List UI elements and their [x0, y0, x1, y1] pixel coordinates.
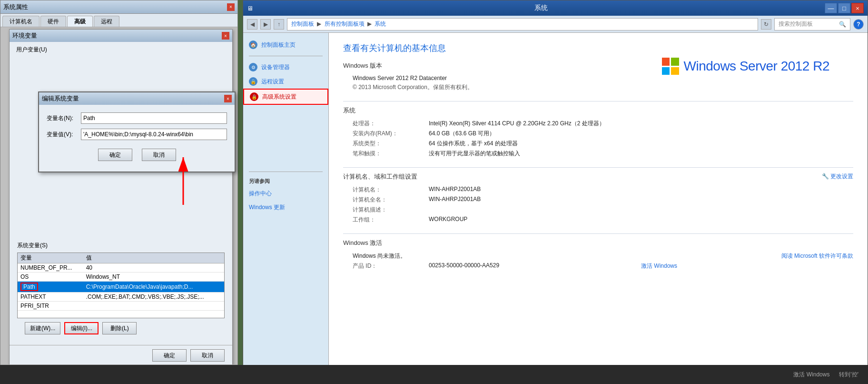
- table-row-path[interactable]: Path C:\ProgramData\Oracle\Java\javapath…: [18, 282, 224, 293]
- col-header-name: 变量: [18, 253, 83, 263]
- edit-cancel-btn[interactable]: 取消: [142, 149, 176, 161]
- sidebar-divider: [249, 56, 323, 56]
- var-name-cell: OS: [18, 273, 83, 282]
- breadcrumb-all-items[interactable]: 所有控制面板项: [325, 20, 365, 27]
- refresh-btn[interactable]: ↻: [761, 19, 771, 30]
- tab-remote[interactable]: 远程: [94, 16, 119, 27]
- table-row[interactable]: NUMBER_OF_PR... 40: [18, 263, 224, 273]
- maximize-btn[interactable]: □: [838, 3, 850, 13]
- env-dialog-close-btn[interactable]: ×: [222, 32, 229, 40]
- sidebar-item-remote-settings[interactable]: 🔒 远程设置: [243, 74, 328, 89]
- system-close-btn[interactable]: ×: [851, 3, 864, 13]
- new-var-btn[interactable]: 新建(W)...: [25, 322, 60, 334]
- computer-section-title: 计算机名、域和工作组设置: [343, 172, 417, 181]
- tile-red: [662, 58, 670, 66]
- var-name-input[interactable]: [81, 112, 227, 124]
- up-btn[interactable]: ↑: [274, 19, 284, 30]
- help-btn[interactable]: ?: [853, 19, 864, 30]
- var-value-cell: Windows_NT: [83, 273, 224, 282]
- env-cancel-btn[interactable]: 取消: [190, 349, 225, 362]
- var-value-cell-path: C:\ProgramData\Oracle\Java\javapath;D...: [83, 282, 224, 293]
- advanced-settings-icon: 🔒: [250, 92, 258, 101]
- touch-row: 笔和触摸： 没有可用于此显示器的笔或触控输入: [343, 149, 853, 159]
- section-divider-2: [343, 167, 853, 168]
- delete-var-btn[interactable]: 删除(L): [102, 322, 137, 334]
- minimize-btn[interactable]: —: [825, 3, 837, 13]
- bottom-bar: 激活 Windows 转到'控': [0, 365, 868, 384]
- edit-dialog-btns: 确定 取消: [47, 145, 227, 167]
- var-name-label: 变量名(N):: [47, 114, 81, 122]
- full-name-val: WIN-AHRPJ2001AB: [429, 196, 853, 204]
- breadcrumb-control-panel[interactable]: 控制面板: [291, 20, 314, 27]
- var-value-cell: 40: [83, 263, 224, 273]
- section-divider-1: [343, 101, 853, 101]
- activation-section: Windows 激活 Windows 尚未激活。 阅读 Microsoft 软件…: [343, 239, 853, 271]
- search-box[interactable]: 搜索控制面板 🔍: [774, 18, 850, 30]
- sys-var-table-container[interactable]: 变量 值 NUMBER_OF_PR... 40 OS Windows_NT: [17, 253, 225, 318]
- computer-name-val: WIN-AHRPJ2001AB: [429, 186, 853, 194]
- sidebar-item-device-manager[interactable]: ⚙ 设备管理器: [243, 60, 328, 74]
- bottom-goto[interactable]: 转到'控': [839, 371, 858, 379]
- tab-advanced[interactable]: 高级: [67, 16, 93, 27]
- tab-computer-name[interactable]: 计算机名: [2, 16, 39, 27]
- ram-val: 64.0 GB（63.6 GB 可用）: [429, 130, 853, 138]
- windows-copyright-row: © 2013 Microsoft Corporation。保留所有权利。: [343, 82, 853, 92]
- var-name-cell: PATHEXT: [18, 293, 83, 302]
- sidebar-item-label: Windows 更新: [249, 203, 285, 212]
- forward-btn[interactable]: ▶: [260, 19, 271, 30]
- win-ctrl-btns: — □ ×: [825, 3, 864, 13]
- edit-ok-btn[interactable]: 确定: [98, 149, 132, 161]
- system-properties-window: 系统属性 × 计算机名 硬件 高级 远程 环境变量 × 用户变量(U) 编辑系统…: [0, 0, 238, 384]
- env-ok-btn[interactable]: 确定: [152, 349, 187, 362]
- edit-var-btn[interactable]: 编辑(I)...: [64, 322, 99, 334]
- breadcrumb-system[interactable]: 系统: [375, 20, 386, 27]
- sys-type-row: 系统类型： 64 位操作系统，基于 x64 的处理器: [343, 139, 853, 149]
- sidebar-item-label: 控制面板主页: [261, 41, 296, 49]
- system-properties-close-btn[interactable]: ×: [227, 3, 235, 11]
- table-row[interactable]: PATHEXT .COM;.EXE;.BAT;.CMD;.VBS;.VBE;.J…: [18, 293, 224, 302]
- section-divider-3: [343, 233, 853, 234]
- sys-var-btns: 新建(W)... 编辑(I)... 删除(L): [17, 318, 225, 338]
- var-name-cell: PFRI_5ITR: [18, 302, 83, 311]
- env-dialog-titlebar: 环境变量 ×: [10, 30, 232, 42]
- computer-name-key: 计算机名：: [353, 186, 429, 194]
- system-window: 🖥 系统 — □ × ◀ ▶ ↑ 控制面板 ▶ 所有控制面板项 ▶ 系统 ↻ 搜…: [243, 0, 868, 384]
- full-name-key: 计算机全名：: [353, 196, 429, 204]
- sidebar-item-advanced-settings[interactable]: 🔒 高级系统设置: [243, 89, 328, 105]
- bottom-activate[interactable]: 激活 Windows: [793, 371, 829, 379]
- table-row[interactable]: OS Windows_NT: [18, 273, 224, 282]
- col-header-value: 值: [83, 253, 224, 263]
- page-title: 查看有关计算机的基本信息: [343, 42, 853, 54]
- sidebar-item-label: 操作中心: [249, 190, 272, 198]
- change-settings-link[interactable]: 🔧 更改设置: [822, 172, 853, 181]
- sidebar-item-windows-update[interactable]: Windows 更新: [243, 201, 328, 214]
- sidebar-item-action-center[interactable]: 操作中心: [243, 187, 328, 201]
- touch-val: 没有可用于此显示器的笔或触控输入: [429, 150, 853, 158]
- var-name-cell-path: Path: [18, 282, 83, 293]
- edit-dialog-close-btn[interactable]: ×: [224, 95, 232, 102]
- sys-type-key: 系统类型：: [353, 140, 429, 148]
- edit-dialog-titlebar: 编辑系统变量 ×: [39, 92, 235, 105]
- var-value-input[interactable]: [81, 129, 227, 140]
- ms-license-link[interactable]: 阅读 Microsoft 软件许可条款: [781, 252, 853, 260]
- system-properties-title: 系统属性: [3, 3, 28, 11]
- computer-section-header: 计算机名、域和工作组设置 🔧 更改设置: [343, 172, 853, 185]
- processor-key: 处理器：: [353, 120, 429, 128]
- sidebar-item-label: 远程设置: [261, 78, 284, 86]
- description-key: 计算机描述：: [353, 206, 429, 214]
- table-row[interactable]: PFRI_5ITR: [18, 302, 224, 311]
- tab-hardware[interactable]: 硬件: [40, 16, 66, 27]
- back-btn[interactable]: ◀: [247, 19, 257, 30]
- activation-title: Windows 激活: [343, 239, 853, 247]
- description-row: 计算机描述：: [343, 205, 853, 215]
- activate-windows-link[interactable]: 激活 Windows: [641, 262, 853, 270]
- windows-edition: Windows Server 2012 R2 Datacenter: [353, 75, 853, 81]
- sidebar-item-control-home[interactable]: 🏠 控制面板主页: [243, 38, 328, 52]
- system-titlebar: 🖥 系统 — □ ×: [243, 0, 868, 16]
- address-path[interactable]: 控制面板 ▶ 所有控制面板项 ▶ 系统: [287, 18, 758, 30]
- windows-logo-tiles: [662, 58, 679, 75]
- windows-logo-area: Windows Server 2012 R2: [662, 58, 829, 75]
- sidebar-divider-2: [249, 172, 323, 172]
- address-bar: ◀ ▶ ↑ 控制面板 ▶ 所有控制面板项 ▶ 系统 ↻ 搜索控制面板 🔍 ?: [243, 16, 868, 33]
- edit-dialog-content: 变量名(N): 变量值(V): 确定 取消: [39, 105, 235, 172]
